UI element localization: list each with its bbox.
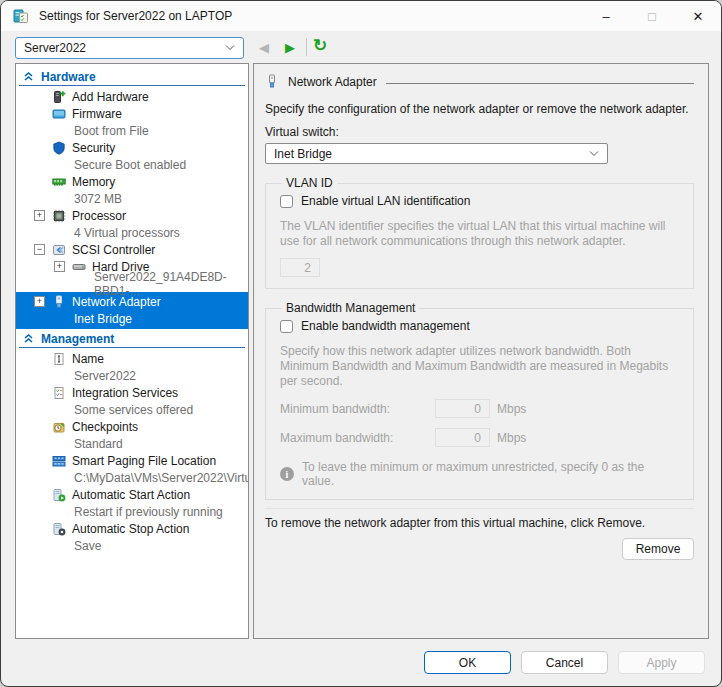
vlan-group: VLAN ID Enable virtual LAN identificatio… [265,176,694,289]
title-bar: Settings for Server2022 on LAPTOP – □ ✕ [1,1,721,31]
bandwidth-description: Specify how this network adapter utilize… [280,344,679,389]
sidebar-item-firmware-sub: Boot from File [16,122,248,139]
add-hardware-icon [52,90,66,104]
minimum-bandwidth-row: Minimum bandwidth: Mbps [280,399,679,418]
settings-tree: Hardware Add Hardware Firmware [15,63,249,639]
intro-text: Specify the configuration of the network… [265,102,694,116]
window-title: Settings for Server2022 on LAPTOP [39,9,232,23]
sidebar-item-smart-paging-sub: C:\MyData\VMs\Server2022\Virtua... [16,469,248,486]
sidebar-item-memory[interactable]: Memory [16,173,248,190]
refresh-button[interactable]: ↻ [313,35,327,56]
sidebar-item-security-sub: Secure Boot enabled [16,156,248,173]
sidebar-item-memory-sub: 3072 MB [16,190,248,207]
item-label: Automatic Start Action [72,488,190,502]
processor-icon [52,209,66,223]
apply-button: Apply [618,651,705,674]
sidebar-item-integration-services[interactable]: Integration Services [16,384,248,401]
enable-vlan-label: Enable virtual LAN identification [301,194,470,208]
item-label: Name [72,352,104,366]
minimum-bandwidth-input [435,399,490,418]
section-label: Management [41,332,114,346]
section-header-hardware[interactable]: Hardware [19,68,245,86]
minimize-icon: – [602,9,609,24]
navigate-back-button: ◀ [254,40,274,55]
refresh-icon: ↻ [313,36,327,55]
memory-icon [52,175,66,189]
sidebar-item-processor[interactable]: + Processor [16,207,248,224]
maximum-bandwidth-row: Maximum bandwidth: Mbps [280,428,679,447]
item-label: Network Adapter [72,295,161,309]
item-label: Processor [72,209,126,223]
expand-icon[interactable]: + [34,210,45,221]
sidebar-item-auto-stop[interactable]: Automatic Stop Action [16,520,248,537]
close-icon: ✕ [693,9,704,24]
enable-vlan-checkbox[interactable] [280,195,293,208]
minimize-button[interactable]: – [583,1,629,31]
maximize-button: □ [629,1,675,31]
collapse-chevron-icon [23,333,34,344]
close-button[interactable]: ✕ [675,1,721,31]
network-adapter-panel: Network Adapter Specify the configuratio… [253,63,709,639]
sidebar-item-firmware[interactable]: Firmware [16,105,248,122]
sidebar-item-auto-start-sub: Restart if previously running [16,503,248,520]
virtual-switch-label: Virtual switch: [265,125,694,139]
auto-start-icon [52,488,66,502]
minimum-bandwidth-unit: Mbps [497,402,526,416]
sidebar-item-smart-paging[interactable]: Smart Paging File Location [16,452,248,469]
section-header-management[interactable]: Management [19,330,245,348]
sidebar-item-name[interactable]: Name [16,350,248,367]
checkpoints-icon [52,420,66,434]
sidebar-item-security[interactable]: Security [16,139,248,156]
sidebar-item-integration-services-sub: Some services offered [16,401,248,418]
item-label: Checkpoints [72,420,138,434]
sidebar-item-auto-start[interactable]: Automatic Start Action [16,486,248,503]
sidebar-item-auto-stop-sub: Save [16,537,248,554]
hyperv-settings-icon [13,8,29,24]
toolbar: Server2022 ◀ ▶ ↻ [1,31,721,63]
item-label: Add Hardware [72,90,149,104]
vlan-description: The VLAN identifier specifies the virtua… [280,219,679,249]
sidebar-item-network-adapter[interactable]: + Network Adapter Inet Bridge [16,292,248,329]
scsi-controller-icon [52,243,66,257]
bandwidth-group: Bandwidth Management Enable bandwidth ma… [265,301,694,500]
virtual-switch-select[interactable]: Inet Bridge [265,143,608,164]
bandwidth-note: To leave the minimum or maximum unrestri… [302,460,679,488]
collapse-icon[interactable]: − [34,244,45,255]
section-divider [265,508,694,509]
maximum-bandwidth-label: Maximum bandwidth: [280,431,435,445]
vlan-group-label: VLAN ID [282,176,337,190]
cancel-button[interactable]: Cancel [521,651,608,674]
sidebar-item-network-adapter-sub: Inet Bridge [16,310,248,327]
sidebar-item-scsi-controller[interactable]: − SCSI Controller [16,241,248,258]
minimum-bandwidth-label: Minimum bandwidth: [280,402,435,416]
section-label: Hardware [41,70,96,84]
enable-bandwidth-checkbox[interactable] [280,320,293,333]
navigate-forward-button[interactable]: ▶ [280,40,300,55]
ok-button[interactable]: OK [424,651,511,674]
virtual-switch-value: Inet Bridge [274,147,589,161]
back-icon: ◀ [259,40,269,55]
item-label: SCSI Controller [72,243,155,257]
firmware-icon [52,107,66,121]
item-label: Firmware [72,107,122,121]
hard-drive-icon [72,260,86,274]
maximum-bandwidth-input [435,428,490,447]
panel-header: Network Adapter [265,74,694,90]
remove-button[interactable]: Remove [622,538,694,560]
vm-selector[interactable]: Server2022 [15,37,244,59]
collapse-chevron-icon [23,71,34,82]
item-label: Integration Services [72,386,178,400]
chevron-down-icon [225,45,235,51]
enable-vlan-row: Enable virtual LAN identification [280,194,679,208]
bandwidth-note-row: i To leave the minimum or maximum unrest… [280,460,679,488]
expand-icon[interactable]: + [54,261,65,272]
sidebar-item-add-hardware[interactable]: Add Hardware [16,88,248,105]
sidebar-item-checkpoints[interactable]: Checkpoints [16,418,248,435]
expand-icon[interactable]: + [34,296,45,307]
enable-bandwidth-row: Enable bandwidth management [280,319,679,333]
info-icon: i [280,467,294,481]
name-icon [52,352,66,366]
item-label: Automatic Stop Action [72,522,189,536]
sidebar-item-processor-sub: 4 Virtual processors [16,224,248,241]
panel-title: Network Adapter [288,75,377,89]
